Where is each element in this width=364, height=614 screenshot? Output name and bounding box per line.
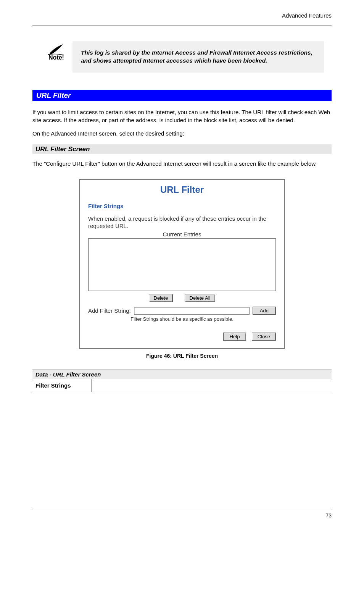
close-button[interactable]: Close xyxy=(252,333,276,341)
note-block: Note! This log is shared by the Internet… xyxy=(32,41,332,73)
subsection-title: URL Filter Screen xyxy=(32,144,332,154)
section-title: URL Filter xyxy=(32,90,332,101)
delete-all-button[interactable]: Delete All xyxy=(185,294,216,302)
note-icon: Note! xyxy=(32,41,69,61)
url-filter-dialog: URL Filter Filter Strings When enabled, … xyxy=(79,179,285,349)
help-button[interactable]: Help xyxy=(223,333,246,341)
dialog-title: URL Filter xyxy=(88,184,276,195)
intro-paragraph-1: If you want to limit access to certain s… xyxy=(32,108,332,124)
page-footer: 73 xyxy=(32,510,332,519)
dialog-description: When enabled, a request is blocked if an… xyxy=(88,215,276,230)
table-row-value xyxy=(92,379,332,392)
add-filter-label: Add Filter String: xyxy=(88,307,131,314)
current-entries-listbox[interactable] xyxy=(88,238,276,291)
entries-label: Current Entries xyxy=(88,231,276,238)
figure-container: URL Filter Filter Strings When enabled, … xyxy=(32,179,332,349)
intro-paragraph-2: On the Advanced Internet screen, select … xyxy=(32,129,332,137)
table-row-label: Filter Strings xyxy=(32,379,92,392)
table-header: Data - URL Filter Screen xyxy=(32,370,332,379)
note-text: This log is shared by the Internet Acces… xyxy=(72,41,324,73)
data-table: Data - URL Filter Screen Filter Strings xyxy=(32,370,332,392)
delete-button[interactable]: Delete xyxy=(149,294,173,302)
header-section-label: Advanced Features xyxy=(32,12,332,19)
figure-caption: Figure 46: URL Filter Screen xyxy=(32,353,332,359)
section-intro-1: If you want to limit access to certain s… xyxy=(32,108,332,137)
dialog-section-label: Filter Strings xyxy=(88,203,276,209)
add-button[interactable]: Add xyxy=(253,307,276,315)
note-icon-label: Note! xyxy=(48,54,64,61)
filter-hint: Filter Strings should be as specific as … xyxy=(88,316,276,322)
top-rule xyxy=(32,26,332,26)
footer-rule xyxy=(32,510,332,510)
subsection-lead: The "Configure URL Filter" button on the… xyxy=(32,160,332,168)
add-filter-input[interactable] xyxy=(134,307,250,315)
page-number: 73 xyxy=(32,512,332,519)
